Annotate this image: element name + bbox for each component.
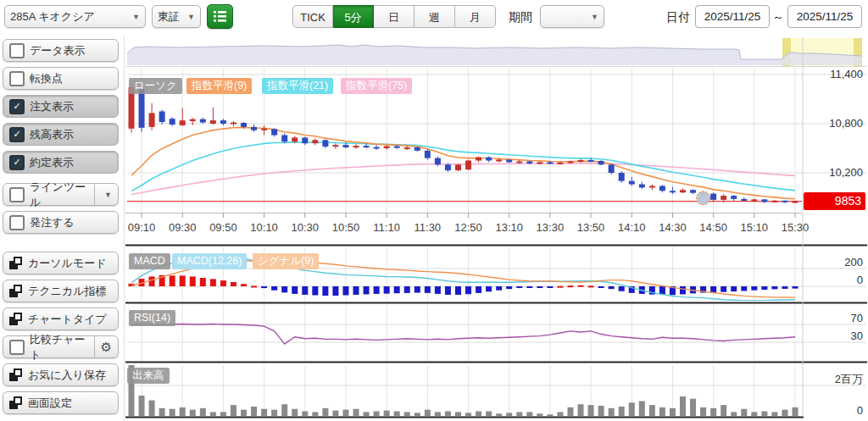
trading-chart-app: 285A キオクシア ▼ 東証 ▼ TICK 5分 日 週 月 期間 ▼ 日付 … [0, 0, 868, 421]
navigator-selection[interactable] [782, 38, 862, 66]
chart-region: ローソク 指数平滑(9) 指数平滑(21) 指数平滑(75) MACD MACD… [0, 0, 868, 421]
chart-canvas[interactable] [0, 0, 868, 421]
